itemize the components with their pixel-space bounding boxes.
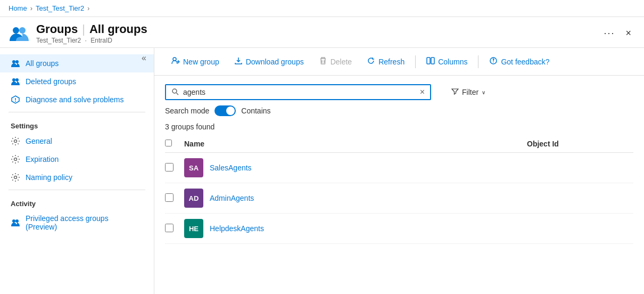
contains-label: Contains — [241, 107, 270, 115]
sidebar-item-diagnose[interactable]: Diagnose and solve problems — [0, 91, 154, 109]
filter-icon — [451, 88, 459, 97]
sidebar-item-all-groups[interactable]: All groups — [0, 54, 154, 72]
select-salesagents-checkbox[interactable] — [165, 163, 174, 172]
expiration-icon — [11, 154, 20, 164]
svg-point-10 — [14, 176, 17, 179]
row-checkbox-adminagents — [165, 193, 176, 203]
results-count: 3 groups found — [154, 120, 644, 135]
svg-line-22 — [177, 93, 179, 95]
feedback-button[interactable]: Got feedback? — [483, 53, 556, 70]
svg-point-5 — [15, 78, 19, 81]
helpdeskagents-initials: HE — [189, 225, 199, 233]
naming-policy-icon — [11, 173, 20, 182]
filter-chevron-icon: ∨ — [482, 89, 485, 95]
new-group-label: New group — [183, 58, 219, 66]
sidebar-item-deleted-groups[interactable]: Deleted groups — [0, 72, 154, 91]
adminagents-link[interactable]: AdminAgents — [210, 194, 254, 202]
search-area: × Filter ∨ Search mode Contains — [154, 76, 644, 120]
salesagents-avatar: SA — [184, 158, 203, 177]
sidebar-item-expiration[interactable]: Expiration — [0, 150, 154, 168]
svg-point-4 — [12, 78, 15, 81]
general-icon — [11, 136, 20, 146]
close-button[interactable]: × — [621, 26, 635, 41]
new-group-button[interactable]: New group — [165, 53, 226, 70]
table-row: HE HelpdeskAgents — [165, 214, 633, 244]
svg-point-2 — [12, 60, 15, 63]
svg-point-3 — [15, 60, 19, 63]
svg-point-8 — [14, 140, 17, 143]
sidebar-item-privileged-access[interactable]: Privileged access groups(Preview) — [0, 210, 154, 235]
page-header: Groups | All groups Test_Test_Tier2 · En… — [0, 17, 644, 48]
svg-point-20 — [493, 62, 494, 63]
sidebar-section-settings: Settings — [0, 116, 154, 132]
sidebar-label-general: General — [26, 137, 52, 145]
svg-point-11 — [12, 219, 15, 223]
svg-point-21 — [172, 89, 177, 93]
sidebar-label-privileged-access: Privileged access groups(Preview) — [26, 214, 109, 231]
select-helpdeskagents-checkbox[interactable] — [165, 224, 174, 232]
subtitle-dot: · — [85, 37, 87, 44]
feedback-icon — [489, 56, 498, 67]
search-box: × — [165, 84, 431, 100]
refresh-button[interactable]: Refresh — [360, 53, 411, 70]
subtitle-product: EntraID — [90, 37, 112, 44]
sidebar-nav: All groups Deleted groups — [0, 54, 154, 235]
diagnose-icon — [11, 95, 20, 104]
title-all-groups: All groups — [89, 22, 147, 36]
sidebar-label-expiration: Expiration — [26, 155, 59, 164]
helpdeskagents-name-cell: HE HelpdeskAgents — [184, 219, 518, 238]
download-icon — [234, 56, 243, 67]
page-title: Groups | All groups — [36, 22, 604, 36]
header-title-block: Groups | All groups Test_Test_Tier2 · En… — [36, 22, 604, 44]
select-all-checkbox[interactable] — [165, 140, 172, 146]
columns-label: Columns — [438, 58, 467, 66]
toolbar-separator — [415, 55, 416, 68]
select-adminagents-checkbox[interactable] — [165, 193, 174, 202]
sidebar-label-diagnose: Diagnose and solve problems — [26, 95, 123, 104]
download-groups-button[interactable]: Download groups — [228, 53, 310, 70]
toggle-switch[interactable] — [214, 105, 236, 116]
delete-button[interactable]: Delete — [312, 53, 358, 70]
sidebar-label-naming-policy: Naming policy — [26, 173, 72, 182]
sidebar-label-deleted-groups: Deleted groups — [26, 77, 76, 86]
search-mode-toggle[interactable] — [214, 105, 236, 116]
sidebar-label-all-groups: All groups — [26, 59, 59, 68]
subtitle-org: Test_Test_Tier2 — [36, 37, 81, 44]
sidebar-item-naming-policy[interactable]: Naming policy — [0, 168, 154, 186]
breadcrumb-sep1: › — [30, 4, 32, 12]
search-mode-label: Search mode — [165, 107, 209, 115]
toolbar: New group Download groups Delete — [154, 48, 644, 76]
table-row: AD AdminAgents — [165, 183, 633, 214]
sidebar-divider-activity — [9, 190, 145, 190]
helpdeskagents-link[interactable]: HelpdeskAgents — [210, 224, 264, 233]
table-header: Name Object Id — [165, 135, 633, 153]
breadcrumb-home[interactable]: Home — [9, 4, 27, 12]
svg-point-7 — [15, 101, 16, 102]
sidebar-item-general[interactable]: General — [0, 132, 154, 150]
columns-button[interactable]: Columns — [420, 53, 474, 70]
breadcrumb: Home › Test_Test_Tier2 › — [9, 4, 89, 12]
feedback-label: Got feedback? — [501, 58, 549, 66]
svg-rect-16 — [427, 58, 430, 64]
search-input[interactable] — [183, 88, 416, 96]
sidebar-divider-settings — [9, 112, 145, 112]
collapse-sidebar-button[interactable]: « — [138, 52, 150, 64]
filter-button[interactable]: Filter ∨ — [446, 86, 491, 99]
groups-table: Name Object Id SA SalesAgents — [154, 135, 644, 244]
search-icon — [171, 88, 179, 97]
columns-icon — [426, 56, 435, 67]
svg-point-12 — [15, 219, 19, 223]
sidebar: « All groups — [0, 48, 154, 294]
filter-label: Filter — [462, 88, 478, 96]
new-group-icon — [171, 56, 180, 67]
deleted-groups-icon — [11, 77, 20, 86]
header-subtitle: Test_Test_Tier2 · EntraID — [36, 37, 604, 44]
search-clear-button[interactable]: × — [420, 87, 425, 97]
salesagents-link[interactable]: SalesAgents — [210, 164, 252, 172]
header-ellipsis-button[interactable]: ··· — [604, 28, 615, 39]
breadcrumb-bar: Home › Test_Test_Tier2 › — [0, 0, 644, 17]
breadcrumb-tier2[interactable]: Test_Test_Tier2 — [36, 4, 84, 12]
column-header-objectid: Object Id — [527, 140, 633, 148]
all-groups-icon — [11, 59, 20, 68]
header-checkbox-cell — [165, 140, 176, 148]
